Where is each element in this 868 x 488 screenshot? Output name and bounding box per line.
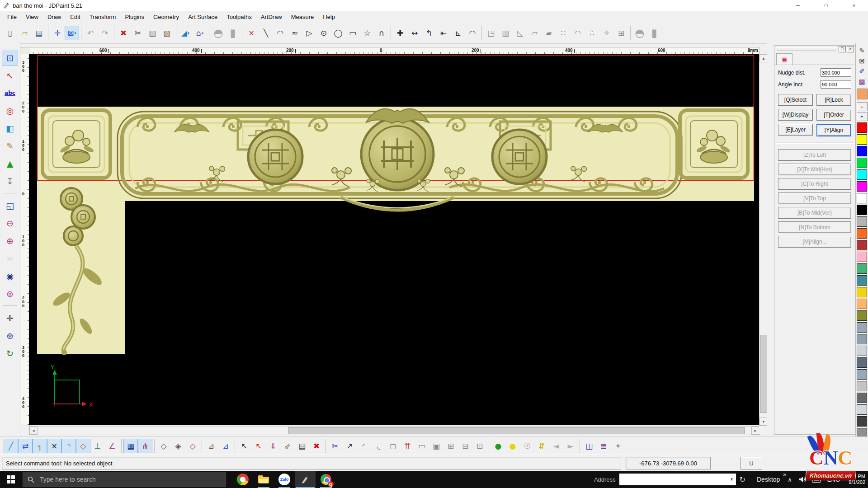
break-node-icon[interactable]: ⇙ [280, 439, 295, 453]
tab-select-options[interactable]: ▣ [776, 53, 793, 65]
xf-wrap-icon[interactable]: ◠ [571, 26, 585, 40]
xf-array-icon[interactable]: ▥ [498, 26, 513, 40]
light-on-icon[interactable]: ● [491, 439, 505, 453]
search-input[interactable] [39, 475, 221, 483]
color-swatch-19[interactable] [857, 346, 867, 356]
close-button[interactable]: × [840, 0, 868, 11]
vertical-scrollbar[interactable]: ▲ ▼ [759, 54, 768, 426]
color-swatch-13[interactable] [857, 275, 867, 286]
color-swatch-8[interactable] [857, 216, 867, 227]
dropdown-arrow-icon[interactable]: ▾ [188, 31, 189, 35]
address-dropdown-icon[interactable]: ▼ [728, 474, 736, 485]
pick-point-icon[interactable]: ↖ [237, 439, 251, 453]
cut-icon[interactable]: ✂ [131, 26, 145, 40]
extend-curve-icon[interactable]: ↗ [342, 439, 357, 453]
color-swatch-16[interactable] [857, 310, 867, 321]
render-lamp-icon[interactable]: ✦ [611, 439, 625, 453]
color-swatch-11[interactable] [857, 252, 867, 262]
address-bar[interactable]: ▼ [619, 474, 736, 485]
unit-toggle[interactable]: U [741, 457, 762, 469]
horizontal-scroll-thumb[interactable] [288, 427, 745, 434]
vertical-scroll-thumb[interactable] [760, 335, 767, 413]
relief-stamp-icon[interactable]: ▮ [226, 26, 240, 40]
horizontal-scrollbar[interactable]: ◄ ► [29, 426, 760, 435]
panel-header[interactable]: □ × [774, 46, 855, 53]
color-swatch-7[interactable] [857, 205, 867, 215]
pick-remove-icon[interactable]: ↖ [251, 439, 266, 453]
color-swatch-25[interactable] [857, 416, 867, 427]
light-accent-icon[interactable]: ● [505, 439, 520, 453]
align-button-to-top[interactable]: [V]To Top [778, 192, 851, 204]
language-indicator[interactable]: ENG [827, 476, 840, 483]
step-back-icon[interactable]: ◄ [549, 439, 563, 453]
redo-icon[interactable]: ↷ [98, 26, 112, 40]
menu-artdraw[interactable]: ArtDraw [256, 12, 287, 22]
axis-snap-icon[interactable]: ⋔ [138, 439, 152, 453]
dim-point-icon[interactable]: ✚ [393, 26, 407, 40]
draw-polygon-icon[interactable]: ∩ [374, 26, 389, 40]
zoom-window-icon[interactable]: ◱ [2, 197, 18, 213]
relief-tool-icon[interactable]: ▲ [2, 155, 18, 171]
menu-edit[interactable]: Edit [66, 12, 85, 22]
text-tool-icon[interactable]: abc [2, 85, 18, 101]
close-shape-icon[interactable]: ◻ [386, 439, 400, 453]
touch-keyboard-icon[interactable] [812, 476, 821, 483]
view-refresh-icon[interactable]: ↻ [2, 345, 18, 361]
desktop-toolbar[interactable]: Desktop » [757, 475, 780, 483]
flatten-a-icon[interactable]: ⊿ [204, 439, 218, 453]
undo-icon[interactable]: ↶ [83, 26, 98, 40]
current-color-swatch[interactable] [857, 89, 868, 99]
snap-intersection-icon[interactable]: × [47, 439, 61, 453]
zoom-dynamic-icon[interactable]: ⊛ [2, 328, 18, 343]
scroll-right-arrow[interactable]: ► [751, 427, 760, 435]
menu-art-surface[interactable]: Art Surface [184, 12, 222, 22]
taskbar-app-coccoc[interactable] [232, 471, 253, 488]
gravity-vertex-icon[interactable]: ◇ [156, 439, 171, 453]
dim-arc-icon[interactable]: ◠ [465, 26, 480, 40]
snap-tangent-icon[interactable]: ∠ [105, 439, 119, 453]
menu-help[interactable]: Help [318, 12, 340, 22]
dim-step-icon[interactable]: ↰ [422, 26, 436, 40]
color-swatch-3[interactable] [857, 158, 867, 168]
mode-button-display[interactable]: [W]Display [778, 109, 813, 121]
param-table-icon[interactable]: ≣ [596, 439, 611, 453]
menu-file[interactable]: File [3, 12, 21, 22]
mode-button-order[interactable]: [T]Order [816, 109, 851, 121]
taskbar-app-file-explorer[interactable] [253, 471, 274, 488]
color-fill-icon[interactable]: ◢▾ [178, 26, 193, 40]
nudge-dist-input[interactable] [821, 68, 851, 77]
color-swatch-5[interactable] [857, 181, 867, 192]
scroll-down-arrow[interactable]: ▼ [760, 418, 768, 426]
mold-dome-icon[interactable]: ◓ [632, 26, 647, 40]
gravity-center-icon[interactable]: ◈ [171, 439, 185, 453]
menu-measure[interactable]: Measure [287, 12, 319, 22]
dim-horizontal-icon[interactable]: ↔ [407, 26, 422, 40]
taskbar-app-chrome-q[interactable]: Q [316, 471, 336, 488]
copy-step-b-icon[interactable]: ⊟ [458, 439, 472, 453]
mode-button-select[interactable]: [Q]Select [778, 94, 813, 106]
draw-point-icon[interactable]: × [244, 26, 259, 40]
color-swatch-21[interactable] [857, 369, 867, 380]
address-input[interactable] [619, 476, 728, 483]
draw-arc-icon[interactable]: ◠ [273, 26, 288, 40]
toolbar-overflow-chevron[interactable]: » [783, 471, 786, 478]
nc-toolpath-icon[interactable]: ↧ [2, 173, 18, 189]
xf-mirror-icon[interactable]: ▱ [527, 26, 542, 40]
taskbar-app-jdpaint[interactable] [295, 471, 316, 488]
mode-button-lock[interactable]: [R]Lock [816, 94, 851, 106]
save-file-icon[interactable]: ▤ [32, 26, 46, 40]
color-swatch-9[interactable] [857, 228, 867, 239]
zoom-in-icon[interactable]: ⊕ [2, 233, 18, 249]
contour-offset-icon[interactable]: ◎ [2, 103, 18, 118]
draw-rect-icon[interactable]: ▭ [345, 26, 360, 40]
volume-icon[interactable] [798, 476, 806, 483]
panel-restore-button[interactable]: □ [839, 46, 846, 52]
snap-translate-icon[interactable]: ⇄ [18, 439, 33, 453]
dropdown-arrow-icon[interactable]: ▾ [75, 31, 76, 35]
gravity-mid-icon[interactable]: ◇ [185, 439, 200, 453]
align-button-to-bottom[interactable]: [N]To Bottom [778, 221, 851, 233]
menu-plugins[interactable]: Plugins [120, 12, 149, 22]
xf-pattern-icon[interactable]: ∷ [556, 26, 571, 40]
draw-polyline-icon[interactable]: ▷ [302, 26, 316, 40]
color-swatch-12[interactable] [857, 263, 867, 274]
